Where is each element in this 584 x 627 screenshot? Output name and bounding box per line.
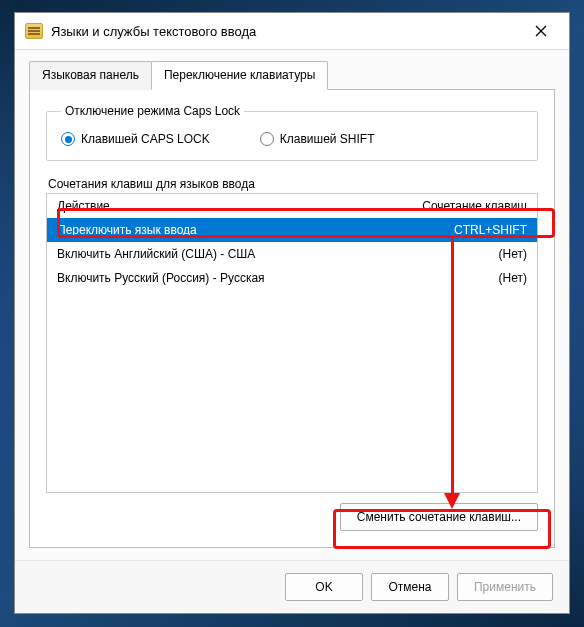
dialog-window: Языки и службы текстового ввода Языковая… — [14, 12, 570, 614]
row-action: Включить Русский (Россия) - Русская — [57, 271, 417, 285]
client-area: Языковая панель Переключение клавиатуры … — [15, 50, 569, 560]
row-key: CTRL+SHIFT — [417, 223, 527, 237]
hotkeys-group: Сочетания клавиш для языков ввода Действ… — [46, 177, 538, 531]
apply-button[interactable]: Применить — [457, 573, 553, 601]
radio-shift[interactable]: Клавишей SHIFT — [260, 132, 375, 146]
ok-button[interactable]: OK — [285, 573, 363, 601]
hotkeys-list[interactable]: Действие Сочетание клавиш Переключить яз… — [46, 193, 538, 493]
titlebar: Языки и службы текстового ввода — [15, 13, 569, 50]
capslock-legend: Отключение режима Caps Lock — [61, 104, 244, 118]
hotkeys-list-header: Действие Сочетание клавиш — [47, 194, 537, 218]
hdr-key: Сочетание клавиш — [417, 199, 527, 213]
radio-capslock-label: Клавишей CAPS LOCK — [81, 132, 210, 146]
tab-language-panel[interactable]: Языковая панель — [29, 61, 152, 90]
close-button[interactable] — [519, 13, 563, 49]
capslock-fieldset: Отключение режима Caps Lock Клавишей CAP… — [46, 104, 538, 161]
list-empty-area — [47, 290, 537, 492]
row-action: Включить Английский (США) - США — [57, 247, 417, 261]
row-action: Переключить язык ввода — [57, 223, 417, 237]
capslock-options: Клавишей CAPS LOCK Клавишей SHIFT — [61, 128, 523, 146]
change-hotkey-button[interactable]: Сменить сочетание клавиш... — [340, 503, 538, 531]
hotkeys-row[interactable]: Включить Русский (Россия) - Русская (Нет… — [47, 266, 537, 290]
dialog-footer: OK Отмена Применить — [15, 560, 569, 613]
tab-strip: Языковая панель Переключение клавиатуры — [29, 61, 555, 90]
radio-shift-label: Клавишей SHIFT — [280, 132, 375, 146]
window-title: Языки и службы текстового ввода — [51, 24, 519, 39]
hotkeys-row[interactable]: Включить Английский (США) - США (Нет) — [47, 242, 537, 266]
radio-dot-icon — [61, 132, 75, 146]
radio-dot-icon — [260, 132, 274, 146]
hotkeys-group-label: Сочетания клавиш для языков ввода — [46, 177, 538, 191]
tab-keyboard-switching[interactable]: Переключение клавиатуры — [151, 61, 328, 90]
keyboard-icon — [25, 23, 43, 39]
hotkeys-row[interactable]: Переключить язык ввода CTRL+SHIFT — [47, 218, 537, 242]
hdr-action: Действие — [57, 199, 417, 213]
close-icon — [535, 25, 547, 37]
row-key: (Нет) — [417, 247, 527, 261]
row-key: (Нет) — [417, 271, 527, 285]
radio-capslock[interactable]: Клавишей CAPS LOCK — [61, 132, 210, 146]
change-button-row: Сменить сочетание клавиш... — [46, 503, 538, 531]
tab-body: Отключение режима Caps Lock Клавишей CAP… — [29, 89, 555, 548]
cancel-button[interactable]: Отмена — [371, 573, 449, 601]
